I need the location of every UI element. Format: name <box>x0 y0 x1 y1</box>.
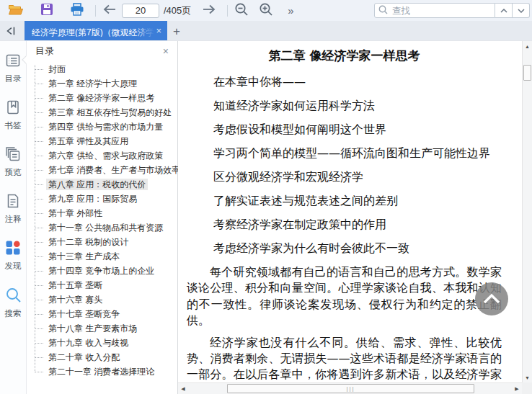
toc-panel-header: 目录 × <box>27 41 177 60</box>
toc-panel: 目录 × 封面第一章 经济学十大原理第二章 像经济学家一样思考第三章 相互依存性… <box>26 41 178 394</box>
pdf-reader-window: /405页 <box>0 0 532 394</box>
new-tab-button[interactable]: + <box>167 21 186 40</box>
toc-item[interactable]: 第一章 经济学十大原理 <box>27 76 177 91</box>
discover-icon <box>5 240 21 259</box>
annotation-icon <box>5 193 21 212</box>
scrollbar-corner <box>522 382 532 394</box>
horizontal-scroll-thumb[interactable]: ||| <box>227 384 474 393</box>
previous-page-button[interactable] <box>100 2 119 19</box>
toc-item[interactable]: 第二十章 收入分配 <box>27 350 177 364</box>
open-file-button[interactable] <box>6 2 26 19</box>
toolbar-separator <box>95 5 96 17</box>
find-previous-button[interactable] <box>495 3 513 18</box>
toc-item[interactable]: 第二章 像经济学家一样思考 <box>27 91 177 105</box>
toc-item[interactable]: 第四章 供给与需求的市场力量 <box>27 120 177 134</box>
sidebar-item-annotations[interactable]: 注释 <box>5 193 22 225</box>
toc-item[interactable]: 第三章 相互依存性与贸易的好处 <box>27 105 177 120</box>
content-line: 在本章中你将—— <box>213 74 502 90</box>
pdf-page: 第二章 像经济学家一样思考 在本章中你将——知道经济学家如何运用科学方法考虑假设… <box>178 41 512 382</box>
find-box[interactable] <box>374 3 495 18</box>
sidebar-item-bookmarks[interactable]: 书签 <box>5 99 22 131</box>
toolbar: /405页 <box>0 0 532 21</box>
scroll-left-arrow[interactable]: ◀ <box>178 383 188 394</box>
toc-item[interactable]: 封面 <box>27 62 177 76</box>
tab-title-fade <box>136 25 154 37</box>
find-next-button[interactable] <box>513 3 530 18</box>
content-paragraph: 经济学家也没有什么不同。供给、需求、弹性、比较优势、消费者剩余、无谓损失——这些… <box>187 335 502 382</box>
toc-item[interactable]: 第九章 应用：国际贸易 <box>27 192 177 206</box>
save-floppy-icon <box>40 3 53 18</box>
page-total-label: /405页 <box>164 4 191 17</box>
printer-icon <box>70 3 84 18</box>
more-tools-button[interactable]: » <box>281 2 300 19</box>
chapter-title: 第二章 像经济学家一样思考 <box>187 47 502 64</box>
sidebar-item-toc[interactable]: 目录 <box>5 53 22 84</box>
scroll-down-arrow[interactable]: ▼ <box>523 372 532 382</box>
toc-item[interactable]: 第八章 应用：税收的代价 <box>27 177 177 192</box>
save-button[interactable] <box>37 2 56 19</box>
magnifier-minus-icon <box>234 2 249 19</box>
tab-list-collapse-button[interactable] <box>0 21 22 40</box>
content-line: 考虑经济学家为什么有时会彼此不一致 <box>213 241 502 256</box>
tab-bar: 经济学原理(第7版)（微观经济学 × + <box>0 21 532 40</box>
thumb-grip: ||| <box>346 386 355 392</box>
toc-item[interactable]: 第七章 消费者、生产者与市场效率 <box>27 163 177 177</box>
chevron-up-icon <box>483 294 500 304</box>
horizontal-scrollbar[interactable]: ◀ ||| ▶ <box>178 382 522 394</box>
chevron-up-icon <box>500 9 507 13</box>
chevron-double-right-icon: » <box>285 4 296 17</box>
toolbar-separator <box>227 5 228 17</box>
search-icon <box>5 287 22 306</box>
toc-item[interactable]: 第六章 供给、需求与政府政策 <box>27 148 177 163</box>
search-icon <box>378 4 388 17</box>
zoom-in-button[interactable] <box>257 2 275 19</box>
main-area: 目录 书签 预览 <box>0 40 532 394</box>
content-line: 考察经济学家在制定政策中的作用 <box>213 217 502 233</box>
content-line: 学习两个简单的模型——循环流向图和生产可能性边界 <box>213 145 502 161</box>
document-tab[interactable]: 经济学原理(第7版)（微观经济学 × <box>25 21 167 40</box>
left-icon-strip: 目录 书签 预览 <box>0 41 26 394</box>
toc-item[interactable]: 第十九章 收入与歧视 <box>27 336 177 350</box>
toc-item[interactable]: 第十一章 公共物品和共有资源 <box>27 220 177 235</box>
toc-icon <box>5 53 21 71</box>
next-page-button[interactable] <box>200 2 218 19</box>
toc-panel-title: 目录 <box>35 45 54 58</box>
toc-item[interactable]: 第二十一章 消费者选择理论 <box>27 364 177 379</box>
toc-item[interactable]: 第十七章 垄断竞争 <box>27 307 177 321</box>
toc-item[interactable]: 第十三章 生产成本 <box>27 249 177 264</box>
chapter-objectives: 在本章中你将——知道经济学家如何运用科学方法考虑假设和模型如何阐明这个世界学习两… <box>187 74 502 256</box>
vertical-scrollbar[interactable]: ▲ ▼ <box>522 41 532 382</box>
toc-item[interactable]: 第十四章 竞争市场上的企业 <box>27 264 177 278</box>
scroll-up-arrow[interactable]: ▲ <box>523 41 532 51</box>
content-paragraph: 每个研究领域都有自己的语言和自己的思考方式。数学家谈论公理、积分和向量空间。心理… <box>187 264 502 329</box>
zoom-out-button[interactable] <box>232 2 251 19</box>
magnifier-plus-icon <box>259 2 273 19</box>
scroll-right-arrow[interactable]: ▶ <box>512 383 522 394</box>
vertical-scroll-thumb[interactable] <box>523 65 531 81</box>
tab-close-icon[interactable]: × <box>154 26 163 35</box>
sidebar-item-thumbnails[interactable]: 预览 <box>5 146 22 178</box>
arrow-left-icon <box>102 4 117 17</box>
print-button[interactable] <box>68 2 87 19</box>
sidebar-item-discover[interactable]: 发现 <box>5 240 22 272</box>
toc-item[interactable]: 第五章 弹性及其应用 <box>27 134 177 148</box>
toc-item[interactable]: 第十八章 生产要素市场 <box>27 321 177 336</box>
toc-close-icon[interactable]: × <box>161 45 170 57</box>
bookmark-icon <box>5 99 21 118</box>
content-line: 考虑假设和模型如何阐明这个世界 <box>213 122 502 138</box>
find-control <box>374 3 530 18</box>
toc-item[interactable]: 第十六章 寡头 <box>27 292 177 307</box>
content-line: 知道经济学家如何运用科学方法 <box>213 98 502 114</box>
thumbnails-icon <box>5 146 21 165</box>
content-line: 了解实证表述与规范表述之间的差别 <box>213 193 502 209</box>
arrow-right-icon <box>202 4 216 17</box>
sidebar-item-search[interactable]: 搜索 <box>5 287 22 319</box>
back-to-top-button[interactable] <box>475 282 508 315</box>
toc-item[interactable]: 第十五章 垄断 <box>27 278 177 292</box>
toc-item[interactable]: 第十二章 税制的设计 <box>27 235 177 249</box>
tab-title: 经济学原理(第7版)（微观经济学 <box>32 25 154 37</box>
page-number-input[interactable] <box>122 4 159 18</box>
toc-item[interactable]: 第十章 外部性 <box>27 206 177 220</box>
content-line: 区分微观经济学和宏观经济学 <box>213 169 502 185</box>
find-input[interactable] <box>391 5 491 17</box>
